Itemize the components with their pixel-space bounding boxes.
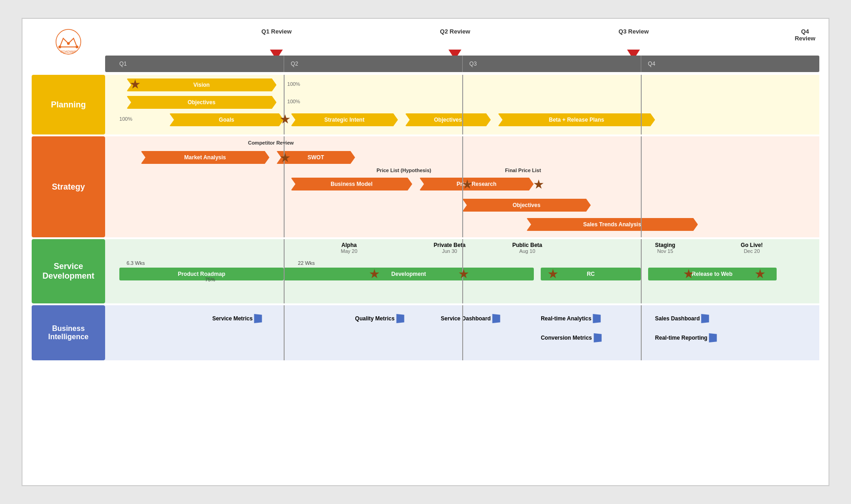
release-web-bar: Release to Web [648,268,777,280]
svcdev-content: Alpha May 20 Private Beta Jun 30 Public … [105,239,819,303]
development-bar: Development [284,268,534,280]
strategic-intent-bar: Strategic Intent [291,113,398,126]
planning-label: Planning [32,75,105,134]
sales-dashboard-label: Sales Dashboard [655,315,700,322]
conversion-metrics-group: Conversion Metrics [541,334,602,342]
service-metrics-label: Service Metrics [212,315,252,322]
bi-content: Service Metrics Quality Metrics Service … [105,305,819,360]
quality-metrics-diamond [396,314,404,323]
quality-metrics-label: Quality Metrics [355,315,395,322]
q4-tick-label: Q4 [648,61,655,67]
alpha-label-group: Alpha May 20 [341,242,357,254]
q1-review-label: Q1 Review [262,28,292,35]
price-research-m2 [534,179,544,190]
public-beta-label-group: Public Beta Aug 10 [512,242,542,254]
realtime-reporting-group: Real-time Reporting [655,334,717,342]
service-dashboard-group: Service Dashboard [441,314,501,323]
timeline-bar: Q1 Q2 Q3 Q4 [105,56,819,72]
realtime-reporting-diamond [709,333,717,342]
beta-release-bar: Beta + Release Plans [498,113,655,126]
realtime-reporting-label: Real-time Reporting [655,335,707,341]
bi-section-row: Business Intelligence Service Metrics Qu… [32,305,819,360]
service-dashboard-label: Service Dashboard [441,315,491,322]
bi-label: Business Intelligence [32,305,105,360]
q1-tick-label: Q1 [119,61,127,67]
vision-pct: 100% [287,81,300,87]
crown-icon: ROADMAP [55,28,82,56]
private-beta-label-group: Private Beta Jun 30 [434,242,465,254]
objectives-bar-2: Objectives [405,113,491,126]
vision-bar: Vision [127,78,277,91]
strategy-section-row: Strategy Competitor Review Market Analys… [32,136,819,237]
goals-pct: 100% [119,116,132,122]
service-dashboard-diamond [493,314,500,323]
timeline-label-area [32,56,105,72]
conversion-metrics-diamond [593,333,601,342]
business-model-bar: Business Model [291,178,413,190]
roadmap-wks-label: 6.3 Wks [127,260,145,266]
sales-dashboard-group: Sales Dashboard [655,314,710,323]
svcdev-label: Service Development [32,239,105,303]
q2-review-label: Q2 Review [440,28,470,35]
objectives-pct: 100% [287,99,300,104]
goals-bar: Goals [169,113,284,126]
svg-text:ROADMAP: ROADMAP [61,50,77,53]
header-row: ROADMAP Q1 Review Q2 Review Q3 Review Q4… [32,28,819,56]
product-roadmap-bar: Product Roadmap [119,268,284,280]
realtime-analytics-group: Real-time Analytics [541,314,601,323]
conversion-metrics-label: Conversion Metrics [541,335,592,341]
svcdev-section-row: Service Development Alpha May 20 Private… [32,239,819,303]
market-analysis-bar: Market Analysis [141,151,269,164]
staging-label-group: Staging Nov 15 [655,242,675,254]
quality-metrics-group: Quality Metrics [355,314,405,323]
timeline-header: Q1 Review Q2 Review Q3 Review Q4 Review [105,28,819,56]
svc-pct-label: 75% [205,277,215,282]
planning-content: Vision 100% Objectives 100% Goals 100% S… [105,75,819,134]
rc-bar: RC [541,268,641,280]
q2-tick-label: Q2 [291,61,298,67]
svg-point-3 [67,42,70,45]
dev-wks-label: 22 Wks [298,260,315,266]
final-price-label: Final Price List [505,168,541,173]
sales-trends-bar: Sales Trends Analysis [526,218,698,231]
strategy-content: Competitor Review Market Analysis SWOT P… [105,136,819,237]
realtime-analytics-diamond [593,314,601,323]
objectives-bar-1: Objectives [127,96,277,109]
service-metrics-group: Service Metrics [212,314,263,323]
sales-dashboard-diamond [701,314,709,323]
roadmap-container: ROADMAP Q1 Review Q2 Review Q3 Review Q4… [22,18,829,486]
competitor-review-label: Competitor Review [248,140,294,146]
logo-area: ROADMAP [32,28,105,56]
service-metrics-diamond [254,314,262,323]
strategy-objectives-bar: Objectives [462,199,591,212]
price-hypothesis-label: Price List (Hypothesis) [376,168,431,173]
realtime-analytics-label: Real-time Analytics [541,315,591,322]
strategy-label: Strategy [32,136,105,237]
planning-section-row: Planning Vision 100% Objectives 100% Goa… [32,75,819,134]
timeline-bar-row: Q1 Q2 Q3 Q4 [32,56,819,72]
svg-point-2 [58,45,61,48]
q4-review-label: Q4 Review [795,28,815,42]
price-research-bar: Price Research [420,178,534,190]
golive-label-group: Go Live! Dec 20 [741,242,763,254]
svg-point-4 [76,45,78,48]
q3-tick-label: Q3 [470,61,477,67]
q3-review-label: Q3 Review [619,28,649,35]
